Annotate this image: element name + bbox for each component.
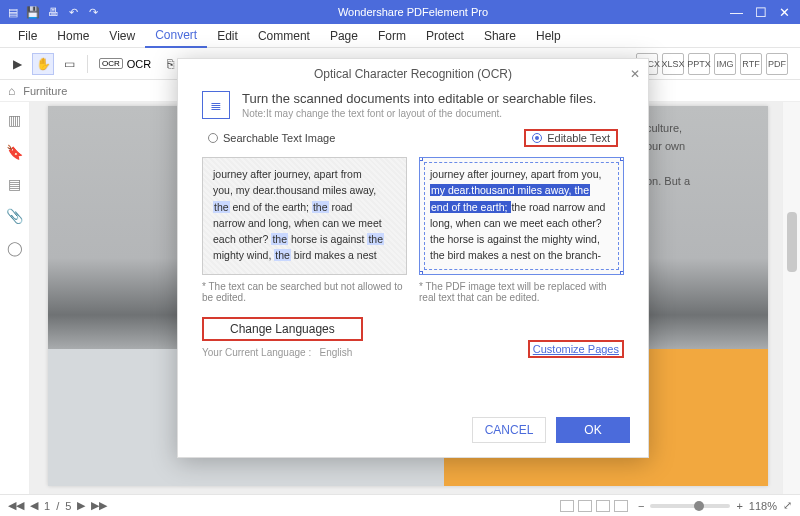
handle-icon[interactable] (620, 157, 624, 161)
breadcrumb-item[interactable]: Furniture (23, 85, 67, 97)
dialog-footer: CANCEL OK (178, 407, 648, 457)
menu-edit[interactable]: Edit (207, 25, 248, 47)
text-line: narrow and long, when can we meet (213, 215, 396, 231)
bookmark-icon[interactable]: 🔖 (6, 144, 23, 160)
window-controls: — ☐ ✕ (720, 5, 800, 20)
right-rail (782, 102, 800, 494)
view-single-icon[interactable] (560, 500, 574, 512)
option-searchable[interactable]: Searchable Text Image (208, 129, 335, 147)
next-page-icon[interactable]: ▶ (77, 499, 85, 512)
page-nav: ◀◀ ◀ 1 / 5 ▶ ▶▶ (8, 499, 107, 512)
preview-searchable: journey after journey, apart from you, m… (202, 157, 407, 275)
to-img-icon[interactable]: IMG (714, 53, 736, 75)
dialog-note: Note:It may change the text font or layo… (242, 108, 596, 119)
zoom-out-icon[interactable]: − (638, 500, 644, 512)
ok-button[interactable]: OK (556, 417, 630, 443)
text-line: long, when can we meet each other? (430, 215, 613, 231)
dialog-header: Optical Character Recognition (OCR) ✕ (178, 59, 648, 85)
text-line: our own (646, 138, 746, 156)
handle-icon[interactable] (419, 157, 423, 161)
zoom-slider[interactable] (650, 504, 730, 508)
menu-convert[interactable]: Convert (145, 24, 207, 48)
handle-icon[interactable] (419, 271, 423, 275)
page-total: 5 (65, 500, 71, 512)
menu-file[interactable]: File (8, 25, 47, 47)
menu-page[interactable]: Page (320, 25, 368, 47)
customize-pages-link[interactable]: Customize Pages (528, 340, 624, 358)
dialog-headline: Turn the scanned documents into editable… (242, 91, 596, 106)
thumbnails-icon[interactable]: ▥ (8, 112, 21, 128)
text-line: the end of the earth; the road (213, 199, 396, 215)
menu-comment[interactable]: Comment (248, 25, 320, 47)
view-two-cont-icon[interactable] (614, 500, 628, 512)
cancel-button[interactable]: CANCEL (472, 417, 546, 443)
pointer-tool-icon[interactable]: ▶ (6, 53, 28, 75)
ocr-badge-icon: OCR (99, 58, 123, 69)
ocr-dialog: Optical Character Recognition (OCR) ✕ ≣ … (177, 58, 649, 458)
ocr-label: OCR (127, 58, 151, 70)
redo-icon[interactable]: ↷ (86, 5, 100, 19)
text-line: the horse is against the mighty wind, (430, 231, 613, 247)
dialog-close-icon[interactable]: ✕ (630, 67, 640, 81)
quick-access: ▤ 💾 🖶 ↶ ↷ (0, 5, 106, 19)
view-continuous-icon[interactable] (578, 500, 592, 512)
side-rail: ▥ 🔖 ▤ 📎 ◯ (0, 102, 30, 494)
close-icon[interactable]: ✕ (779, 5, 790, 20)
customize-pages-label[interactable]: Customize Pages (533, 343, 619, 355)
to-rtf-icon[interactable]: RTF (740, 53, 762, 75)
option-searchable-label: Searchable Text Image (223, 132, 335, 144)
text-line: mighty wind, the bird makes a nest (213, 247, 396, 263)
last-page-icon[interactable]: ▶▶ (91, 499, 107, 512)
attachment-icon[interactable]: 📎 (6, 208, 23, 224)
menu-view[interactable]: View (99, 25, 145, 47)
zoom-knob[interactable] (694, 501, 704, 511)
titlebar: ▤ 💾 🖶 ↶ ↷ Wondershare PDFelement Pro — ☐… (0, 0, 800, 24)
zoom-value: 118% (749, 500, 777, 512)
language-row: Change Languages Your Current Language :… (178, 303, 648, 358)
menu-share[interactable]: Share (474, 25, 526, 47)
search-icon[interactable]: ◯ (7, 240, 23, 256)
prev-page-icon[interactable]: ◀ (30, 499, 38, 512)
option-editable-label: Editable Text (547, 132, 610, 144)
current-language-label: Your Current Language : (202, 347, 311, 358)
text-line: journey after journey, apart from you, (430, 166, 613, 182)
change-languages-button[interactable]: Change Languages (202, 317, 363, 341)
menu-form[interactable]: Form (368, 25, 416, 47)
print-icon[interactable]: 🖶 (46, 5, 60, 19)
to-pdf-icon[interactable]: PDF (766, 53, 788, 75)
fullscreen-icon[interactable]: ⤢ (783, 499, 792, 512)
comments-icon[interactable]: ▤ (8, 176, 21, 192)
app-icon: ▤ (6, 5, 20, 19)
maximize-icon[interactable]: ☐ (755, 5, 767, 20)
handle-icon[interactable] (620, 271, 624, 275)
menu-home[interactable]: Home (47, 25, 99, 47)
option-editable[interactable]: Editable Text (524, 129, 618, 147)
first-page-icon[interactable]: ◀◀ (8, 499, 24, 512)
menu-help[interactable]: Help (526, 25, 571, 47)
menu-protect[interactable]: Protect (416, 25, 474, 47)
radio-icon (208, 133, 218, 143)
page-current[interactable]: 1 (44, 500, 50, 512)
undo-icon[interactable]: ↶ (66, 5, 80, 19)
view-modes (560, 500, 628, 512)
selection-tool-icon[interactable]: ▭ (58, 53, 80, 75)
dialog-intro: ≣ Turn the scanned documents into editab… (178, 85, 648, 123)
to-xlsx-icon[interactable]: XLSX (662, 53, 684, 75)
minimize-icon[interactable]: — (730, 5, 743, 20)
ocr-previews: journey after journey, apart from you, m… (178, 151, 648, 281)
preview-editable[interactable]: journey after journey, apart from you, m… (419, 157, 624, 275)
app-title: Wondershare PDFelement Pro (106, 6, 720, 18)
save-icon[interactable]: 💾 (26, 5, 40, 19)
zoom-controls: − + 118% ⤢ (638, 499, 792, 512)
ocr-button[interactable]: OCR OCR (95, 56, 155, 72)
separator (87, 55, 88, 73)
text-line: culture, (646, 120, 746, 138)
view-two-icon[interactable] (596, 500, 610, 512)
home-icon[interactable]: ⌂ (8, 84, 15, 98)
zoom-in-icon[interactable]: + (736, 500, 742, 512)
radio-icon (532, 133, 542, 143)
scrollbar-thumb[interactable] (787, 212, 797, 272)
scanner-icon: ≣ (202, 91, 230, 119)
to-pptx-icon[interactable]: PPTX (688, 53, 710, 75)
hand-tool-icon[interactable]: ✋ (32, 53, 54, 75)
